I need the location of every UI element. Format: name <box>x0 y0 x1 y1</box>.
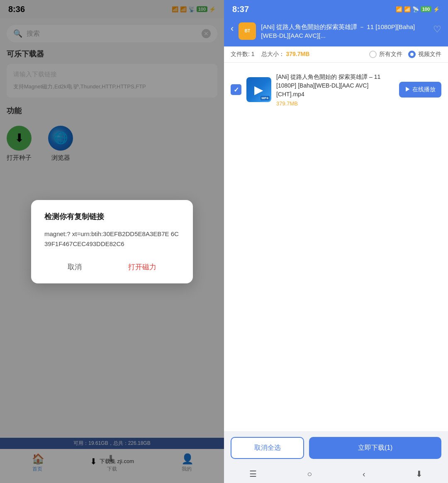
radio-video-icon <box>408 51 416 58</box>
sys-nav-right: ☰ ○ ‹ ⬇ <box>224 465 448 483</box>
signal-icon-r1: 📶 <box>396 6 402 12</box>
dialog-title: 检测你有复制链接 <box>44 212 180 222</box>
download-button[interactable]: 立即下载(1) <box>309 437 441 459</box>
header-title: [ANi] 從路人角色開始的探索英雄譚 － 11 [1080P][Baha][W… <box>261 22 428 40</box>
status-icons-right: 📶 📶 📡 100 ⚡ <box>396 6 440 12</box>
checkbox-check-icon: ✓ <box>234 86 239 94</box>
file-size-tag: 379.7MB <box>276 100 394 107</box>
charging-icon-right: ⚡ <box>433 6 440 12</box>
favorite-icon[interactable]: ♡ <box>433 24 441 35</box>
file-thumbnail: ▶ MP4 <box>246 77 271 102</box>
signal-icon-r2: 📶 <box>404 6 411 12</box>
right-header: ‹ BT [ANi] 從路人角色開始的探索英雄譚 － 11 [1080P][Ba… <box>224 18 448 46</box>
file-name: [ANi] 從路人角色開始的 探索英雄譚 – 11 [1080P] [Baha]… <box>276 73 394 99</box>
filter-all-label: 所有文件 <box>379 51 402 58</box>
file-type-badge: MP4 <box>261 96 270 100</box>
file-count-label: 文件数: 1 <box>231 51 255 58</box>
dialog-overlay: 检测你有复制链接 magnet:? xt=urn:btih:30EFB2DD5E… <box>0 0 224 483</box>
file-checkbox[interactable]: ✓ <box>231 84 241 95</box>
dialog-confirm-button[interactable]: 打开磁力 <box>120 259 165 275</box>
left-panel: 8:36 📶 📶 📡 100 ⚡ 🔍 搜索 ✕ 可乐下载器 请输入下载链接 支持… <box>0 0 224 483</box>
file-total-size: 379.7MB <box>286 51 309 57</box>
dialog-content: magnet:? xt=urn:btih:30EFB2DD5E8A3EB7E 6… <box>44 229 180 249</box>
wifi-icon-right: 📡 <box>412 6 419 12</box>
dialog-box: 检测你有复制链接 magnet:? xt=urn:btih:30EFB2DD5E… <box>31 200 193 283</box>
file-item: ✓ ▶ MP4 [ANi] 從路人角色開始的 探索英雄譚 – 11 [1080P… <box>231 68 441 112</box>
home-sys-icon[interactable]: ○ <box>307 469 312 479</box>
torrent-label: BT <box>245 29 250 33</box>
play-icon: ▶ <box>254 83 263 97</box>
cancel-select-button[interactable]: 取消全选 <box>231 437 304 459</box>
extra-icon[interactable]: ⬇ <box>416 469 423 479</box>
right-panel: 8:37 📶 📶 📡 100 ⚡ ‹ BT [ANi] 從路人角色開始的探索英雄… <box>224 0 448 483</box>
header-title-area: [ANi] 從路人角色開始的探索英雄譚 － 11 [1080P][Baha][W… <box>261 22 428 40</box>
back-button[interactable]: ‹ <box>231 23 234 34</box>
filter-options: 所有文件 视频文件 <box>369 51 441 58</box>
dialog-actions: 取消 打开磁力 <box>44 259 180 275</box>
dialog-cancel-button[interactable]: 取消 <box>59 259 90 275</box>
menu-icon[interactable]: ☰ <box>249 469 257 479</box>
file-info: [ANi] 從路人角色開始的 探索英雄譚 – 11 [1080P] [Baha]… <box>276 73 394 107</box>
file-size-info: 总大小： 379.7MB <box>261 51 310 58</box>
file-info-bar: 文件数: 1 总大小： 379.7MB 所有文件 视频文件 <box>224 46 448 63</box>
status-bar-right: 8:37 📶 📶 📡 100 ⚡ <box>224 0 448 18</box>
battery-right: 100 <box>421 6 431 12</box>
back-sys-icon[interactable]: ‹ <box>363 469 365 479</box>
online-play-button[interactable]: ▶ 在线播放 <box>399 82 441 98</box>
radio-all-icon <box>369 51 377 58</box>
file-list: ✓ ▶ MP4 [ANi] 從路人角色開始的 探索英雄譚 – 11 [1080P… <box>224 63 448 431</box>
filter-video-label: 视频文件 <box>418 51 441 58</box>
filter-all[interactable]: 所有文件 <box>369 51 402 58</box>
torrent-icon: BT <box>239 22 256 40</box>
filter-video[interactable]: 视频文件 <box>408 51 441 58</box>
status-time-right: 8:37 <box>232 5 249 14</box>
bottom-actions: 取消全选 立即下载(1) <box>224 431 448 465</box>
